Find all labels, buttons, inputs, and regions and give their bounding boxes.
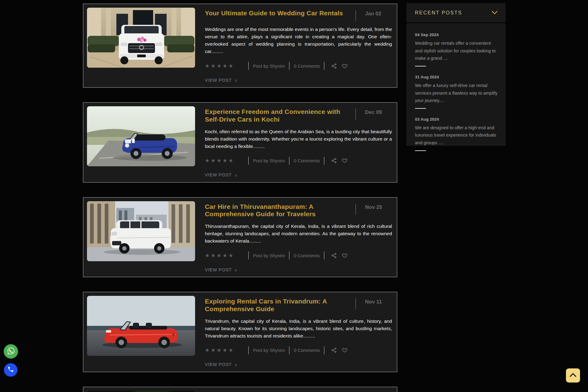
post-thumbnail-blue-convertible[interactable] [87,106,195,166]
view-post-label: VIEW POST [205,362,232,367]
divider [289,157,289,165]
post-author: Post by Shynim [253,158,285,163]
star-rating: ★★★★★ [205,157,234,164]
post-title-link[interactable]: Experience Freedom and Convenience with … [205,108,356,123]
recent-posts-title: RECENT POSTS [415,10,462,16]
post-title-link[interactable]: Car Hire in Thiruvananthapuram: A Compre… [205,203,356,218]
post-author: Post by Shynim [253,63,285,69]
share-icon[interactable] [331,158,337,164]
post-title-link[interactable]: Exploring Rental Cars in Trivandrum: A C… [205,298,356,313]
heart-icon[interactable] [342,347,348,353]
heart-icon[interactable] [342,158,348,164]
post-date: Dec 09 [356,108,392,115]
post-content: Exploring Rental Cars in Trivandrum: A C… [205,296,392,368]
underline-accent [415,150,426,151]
heart-icon[interactable] [342,253,348,258]
recent-post-link[interactable]: Wedding car rentals offer a convenient a… [415,40,498,62]
divider [289,62,289,70]
post-author: Post by Shynim [253,253,285,258]
post-excerpt: Weddings are one of the most memorable e… [205,26,392,55]
post-date: Nov 11 [356,298,392,305]
star-rating: ★★★★★ [205,252,234,259]
post-content: Experience Freedom and Convenience with … [205,106,392,178]
post-meta-row: ★★★★★ Post by Shynim 0 Comments [205,251,392,259]
comments-count[interactable]: 0 Comments [294,158,320,163]
post-content: The Rise of Self-Drive Cars in Kochi: Tr… [205,391,392,392]
divider [324,157,324,165]
recent-posts-panel: RECENT POSTS 04 Sep 2024 Wedding car ren… [406,3,506,146]
white-suv-city-image [87,201,195,261]
post-thumbnail-red-convertible[interactable] [87,296,195,356]
divider [248,346,249,354]
view-post-label: VIEW POST [205,78,232,83]
post-meta-row: ★★★★★ Post by Shynim 0 Comments [205,346,392,354]
chevron-right-icon: › [235,267,237,273]
underline-accent [415,108,426,109]
view-post-link[interactable]: VIEW POST › [205,77,237,83]
whatsapp-button[interactable] [4,344,18,359]
post-excerpt: Trivandrum, the capital city of Kerala, … [205,318,392,340]
post-thumbnail-wedding-suv[interactable] [87,8,195,68]
chevron-down-icon[interactable] [492,10,498,16]
post-date: Nov 25 [356,203,392,210]
divider [248,157,249,165]
chevron-right-icon: › [235,172,237,178]
star-rating: ★★★★★ [205,63,234,69]
heart-icon[interactable] [342,63,348,69]
recent-post-date: 04 Sep 2024 [415,32,498,37]
post-excerpt: Kochi, often referred to as the Queen of… [205,128,392,150]
divider [289,251,289,259]
post-thumbnail-dark-foliage[interactable] [87,391,195,392]
view-post-label: VIEW POST [205,267,232,272]
chevron-right-icon: › [235,77,237,83]
share-icon[interactable] [331,253,337,258]
recent-post-link[interactable]: We offer a luxury self-drive car rental … [415,82,498,104]
recent-post-item[interactable]: 31 Aug 2024 We offer a luxury self-drive… [415,75,498,109]
share-icon[interactable] [331,347,337,353]
post-excerpt: Thiruvananthapuram, the capital city of … [205,223,392,245]
view-post-link[interactable]: VIEW POST › [205,362,237,368]
recent-post-item[interactable]: 04 Sep 2024 Wedding car rentals offer a … [415,32,498,66]
dark-foliage-image [87,391,195,392]
recent-posts-header[interactable]: RECENT POSTS [406,3,506,23]
white-wedding-suv-image [87,8,195,68]
post-card: Your Ultimate Guide to Wedding Car Renta… [83,4,397,88]
view-post-label: VIEW POST [205,172,232,177]
divider [289,346,289,354]
chevron-up-icon [569,372,577,379]
blue-convertible-image [87,106,195,166]
divider [248,62,249,70]
post-content: Car Hire in Thiruvananthapuram: A Compre… [205,201,392,273]
post-title-link[interactable]: Your Ultimate Guide to Wedding Car Renta… [205,9,356,17]
comments-count[interactable]: 0 Comments [294,63,320,69]
view-post-link[interactable]: VIEW POST › [205,172,237,178]
post-date: Jan 02 [356,9,392,17]
post-card: The Rise of Self-Drive Cars in Kochi: Tr… [83,387,397,392]
post-meta-row: ★★★★★ Post by Shynim 0 Comments [205,157,392,165]
post-thumbnail-white-suv-city[interactable] [87,201,195,261]
post-content: Your Ultimate Guide to Wedding Car Renta… [205,8,392,83]
scroll-to-top-button[interactable] [566,368,580,383]
view-post-link[interactable]: VIEW POST › [205,267,237,273]
phone-button[interactable] [4,363,17,377]
chevron-right-icon: › [235,362,237,368]
recent-post-item[interactable]: 03 Aug 2024 We are designed to offer a h… [415,117,498,151]
divider [324,251,324,259]
comments-count[interactable]: 0 Comments [294,348,320,353]
post-card: Experience Freedom and Convenience with … [83,102,397,183]
divider [324,62,324,70]
recent-post-link[interactable]: We are designed to offer a high-end and … [415,124,498,147]
red-convertible-image [87,296,195,356]
divider [324,346,324,354]
star-rating: ★★★★★ [205,347,234,353]
post-card: Car Hire in Thiruvananthapuram: A Compre… [83,197,397,277]
recent-posts-list: 04 Sep 2024 Wedding car rentals offer a … [406,23,506,151]
recent-post-date: 31 Aug 2024 [415,75,498,79]
share-icon[interactable] [331,63,337,69]
post-meta-row: ★★★★★ Post by Shynim 0 Comments [205,62,392,70]
phone-icon [7,366,14,374]
blog-post-list: Your Ultimate Guide to Wedding Car Renta… [83,4,397,392]
divider [248,251,249,259]
post-author: Post by Shynim [253,348,285,353]
comments-count[interactable]: 0 Comments [294,253,320,258]
